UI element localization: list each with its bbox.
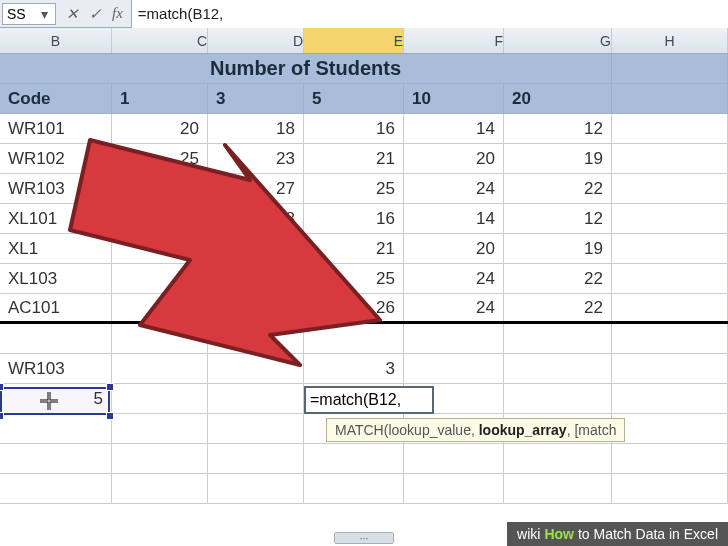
cell-empty[interactable] <box>612 84 728 113</box>
cell[interactable]: 25 <box>112 144 208 173</box>
cell-empty[interactable] <box>612 294 728 321</box>
cell[interactable]: 28 <box>112 174 208 203</box>
col-header-H[interactable]: H <box>612 28 728 53</box>
cell[interactable] <box>112 294 208 321</box>
cancel-icon[interactable]: ✕ <box>66 5 79 23</box>
cell-b12-selected[interactable]: 5 <box>0 384 112 413</box>
cell-empty[interactable] <box>0 474 112 503</box>
cell-empty[interactable] <box>0 414 112 443</box>
enter-icon[interactable]: ✓ <box>89 5 102 23</box>
name-box-dropdown-icon[interactable]: ▾ <box>37 6 51 22</box>
fx-icon[interactable]: fx <box>112 5 123 22</box>
cell-code[interactable]: WR102 <box>0 144 112 173</box>
cell-empty[interactable] <box>612 264 728 293</box>
cell[interactable]: 22 <box>504 264 612 293</box>
cell-empty[interactable] <box>112 384 208 413</box>
cell[interactable]: 18 <box>208 204 304 233</box>
horizontal-scroll-thumb[interactable]: ··· <box>334 532 394 544</box>
cell[interactable]: 20 <box>404 234 504 263</box>
cell-empty[interactable] <box>612 114 728 143</box>
cell[interactable]: 21 <box>304 144 404 173</box>
cell[interactable]: 21 <box>304 234 404 263</box>
cell-empty[interactable] <box>612 54 728 83</box>
cell-empty[interactable] <box>208 444 304 473</box>
spreadsheet-grid[interactable]: Number of Students Code 1 3 5 10 20 WR10… <box>0 54 728 504</box>
cell-editor[interactable]: =match(B12, <box>304 386 434 414</box>
cell-empty[interactable] <box>504 324 612 353</box>
cell-empty[interactable] <box>208 384 304 413</box>
cell-empty[interactable] <box>504 354 612 383</box>
cell[interactable]: 22 <box>504 294 612 321</box>
cell[interactable]: 28 <box>208 294 304 321</box>
name-box[interactable]: SS ▾ <box>2 3 56 25</box>
cell-match-result[interactable]: 3 <box>304 354 404 383</box>
cell-empty[interactable] <box>0 444 112 473</box>
col-header-F[interactable]: F <box>404 28 504 53</box>
cell[interactable] <box>112 264 208 293</box>
cell[interactable]: 19 <box>504 144 612 173</box>
col-header-C[interactable]: C <box>112 28 208 53</box>
cell-empty[interactable] <box>112 354 208 383</box>
cell[interactable]: 19 <box>504 234 612 263</box>
cell[interactable]: 27 <box>208 174 304 203</box>
cell-code[interactable]: XL101 <box>0 204 112 233</box>
cell[interactable]: 22 <box>504 174 612 203</box>
cell-empty[interactable] <box>304 444 404 473</box>
cell-empty[interactable] <box>504 384 612 413</box>
cell-empty[interactable] <box>208 474 304 503</box>
cell[interactable]: 27 <box>208 264 304 293</box>
cell[interactable]: 16 <box>304 114 404 143</box>
cell[interactable]: 14 <box>404 204 504 233</box>
cell-empty[interactable] <box>112 444 208 473</box>
cell-empty[interactable] <box>612 324 728 353</box>
cell[interactable]: 20 <box>112 114 208 143</box>
col-header-D[interactable]: D <box>208 28 304 53</box>
cell-empty[interactable] <box>404 354 504 383</box>
cell[interactable]: 12 <box>504 204 612 233</box>
cell[interactable]: 2 <box>112 234 208 263</box>
cell-empty[interactable] <box>208 414 304 443</box>
cell-lookup-code[interactable]: WR103 <box>0 354 112 383</box>
formula-input[interactable]: =match(B12, <box>131 0 728 28</box>
col-header-E[interactable]: E <box>304 28 404 53</box>
cell-empty[interactable] <box>612 384 728 413</box>
cell-empty[interactable] <box>404 444 504 473</box>
cell[interactable]: 20 <box>404 144 504 173</box>
cell[interactable]: 25 <box>304 264 404 293</box>
cell-empty[interactable] <box>612 444 728 473</box>
cell[interactable]: 23 <box>208 234 304 263</box>
cell-empty[interactable] <box>208 354 304 383</box>
cell-empty[interactable] <box>612 234 728 263</box>
cell-empty[interactable] <box>304 324 404 353</box>
col-header-G[interactable]: G <box>504 28 612 53</box>
cell-code[interactable]: WR103 <box>0 174 112 203</box>
cell-empty[interactable] <box>304 474 404 503</box>
cell-code[interactable]: AC101 <box>0 294 112 321</box>
cell[interactable]: 24 <box>404 294 504 321</box>
cell-empty[interactable] <box>612 414 728 443</box>
cell-empty[interactable] <box>504 474 612 503</box>
cell-empty[interactable] <box>504 444 612 473</box>
cell-empty[interactable] <box>612 354 728 383</box>
cell-empty[interactable] <box>0 324 112 353</box>
cell[interactable]: 24 <box>404 264 504 293</box>
cell-empty[interactable] <box>612 144 728 173</box>
col-header-B[interactable]: B <box>0 28 112 53</box>
cell-empty[interactable] <box>612 204 728 233</box>
cell[interactable]: 25 <box>304 174 404 203</box>
cell[interactable]: 14 <box>404 114 504 143</box>
cell-empty[interactable] <box>404 474 504 503</box>
cell[interactable]: 2 <box>112 204 208 233</box>
cell-empty[interactable] <box>208 324 304 353</box>
cell-code[interactable]: XL103 <box>0 264 112 293</box>
cell-empty[interactable] <box>404 324 504 353</box>
cell-code[interactable]: XL1 <box>0 234 112 263</box>
cell[interactable]: 12 <box>504 114 612 143</box>
cell[interactable]: 16 <box>304 204 404 233</box>
cell[interactable]: 23 <box>208 144 304 173</box>
cell[interactable]: 26 <box>304 294 404 321</box>
cell-empty[interactable] <box>112 474 208 503</box>
cell-code[interactable]: WR101 <box>0 114 112 143</box>
cell-empty[interactable] <box>612 474 728 503</box>
cell[interactable]: 24 <box>404 174 504 203</box>
